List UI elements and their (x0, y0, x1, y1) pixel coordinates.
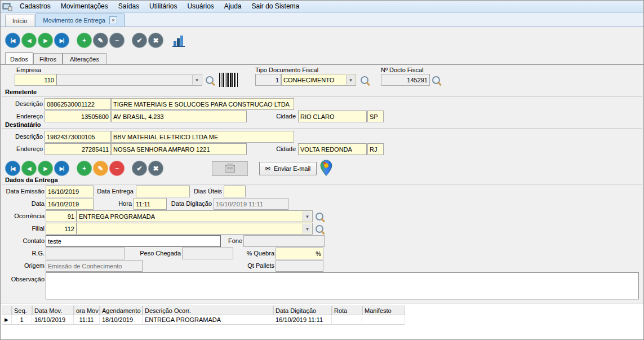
tipo-documento-combo[interactable]: CONHECIMENTO ▾ (281, 74, 356, 86)
destinatario-cidade-label: Cidade (273, 145, 296, 153)
menu-ajuda[interactable]: Ajuda (219, 1, 247, 12)
grid-header-manifesto[interactable]: Manifesto (362, 306, 405, 315)
destinatario-cep-field[interactable]: 27285411 (45, 143, 111, 155)
search-icon[interactable] (431, 75, 442, 86)
barcode-icon[interactable] (219, 73, 238, 87)
dias-uteis-label: Dias Úteis (192, 188, 222, 195)
ocorrencia-label: Ocorrência (2, 213, 45, 220)
data-emissao-field[interactable]: 16/10/2019 (46, 186, 94, 197)
chart-button[interactable] (171, 33, 186, 48)
rg-field[interactable] (46, 248, 125, 259)
grid-cell-data-digitacao[interactable]: 16/10/2019 11:11 (273, 315, 332, 325)
grid-cell-rota[interactable] (332, 315, 362, 325)
tab-dados[interactable]: Dados (5, 52, 33, 65)
last-record-button[interactable]: ▶| (54, 33, 69, 48)
tab-movimento-label: Movimento de Entrega (43, 17, 105, 24)
remetente-uf-field[interactable]: SP (367, 111, 384, 122)
detail-cancel-record-button[interactable]: ✖ (148, 161, 163, 176)
chevron-down-icon[interactable]: ▾ (192, 75, 201, 85)
detail-edit-record-button[interactable]: ✎ (93, 161, 108, 176)
detail-next-record-button[interactable]: ▶ (38, 161, 53, 176)
next-record-button[interactable]: ▶ (38, 33, 53, 48)
grid-header-agendamento[interactable]: Agendamento (100, 306, 143, 315)
search-icon[interactable] (205, 75, 215, 86)
tab-inicio[interactable]: Início (5, 15, 34, 27)
ocorrencia-code-field[interactable]: 91 (46, 210, 77, 222)
remetente-endereco-field[interactable]: AV BRASIL, 4.233 (111, 111, 247, 122)
window-tab-bar: Início Movimento de Entrega × (1, 13, 643, 27)
edit-record-button[interactable]: ✎ (93, 33, 108, 48)
empresa-combo[interactable]: ▾ (56, 74, 202, 86)
print-button (212, 161, 248, 176)
hora-field[interactable]: 11:11 (134, 198, 167, 210)
tab-movimento-de-entrega[interactable]: Movimento de Entrega × (35, 14, 125, 27)
menu-saidas[interactable]: Saídas (113, 1, 144, 12)
grid-cell-data-mov[interactable]: 16/10/2019 (32, 315, 74, 325)
grid-cell-manifesto[interactable] (362, 315, 405, 325)
post-record-button[interactable]: ✔ (132, 33, 147, 48)
quebra-field[interactable]: % (276, 248, 323, 259)
detail-delete-record-button[interactable]: − (109, 161, 125, 176)
data-field[interactable]: 16/10/2019 (46, 198, 94, 210)
grid-header-rota[interactable]: Rota (332, 306, 362, 315)
send-email-button[interactable]: ✉ Enviar E-mail (259, 162, 317, 175)
menu-movimentacoes[interactable]: Movimentações (56, 1, 113, 12)
destinatario-uf-field[interactable]: RJ (367, 143, 384, 155)
send-email-label: Enviar E-mail (274, 165, 310, 172)
data-entrega-field[interactable] (136, 186, 190, 197)
delete-record-button[interactable]: − (109, 33, 125, 48)
num-docto-fiscal-field[interactable]: 145291 (381, 74, 430, 86)
menu-cadastros[interactable]: Cadastros (15, 1, 56, 12)
remetente-cnpj-field[interactable]: 08862530001122 (45, 98, 111, 110)
detail-last-record-button[interactable]: ▶| (54, 161, 69, 176)
grid-cell-agendamento[interactable]: 18/10/2019 (100, 315, 143, 325)
menu-sair-do-sistema[interactable]: Sair do Sistema (247, 1, 305, 12)
dias-uteis-field[interactable] (224, 186, 246, 197)
destinatario-nome-field[interactable]: BBV MATERIAL ELETRICO LTDA ME (111, 131, 294, 143)
cancel-record-button[interactable]: ✖ (148, 33, 163, 48)
destinatario-endereco-field[interactable]: NOSSA SENHORA AMPARO 1221 (111, 143, 247, 155)
first-record-button[interactable]: |◀ (5, 33, 20, 48)
qt-pallets-field[interactable] (276, 260, 323, 272)
search-icon[interactable] (359, 75, 370, 86)
destinatario-cidade-field[interactable]: VOLTA REDONDA (298, 143, 367, 155)
remetente-nome-field[interactable]: TIGRE MATERIAIS E SOLUCOES PARA CONSTRUC… (111, 98, 294, 110)
remetente-cidade-field[interactable]: RIO CLARO (298, 111, 367, 122)
empresa-code-field[interactable]: 110 (15, 74, 56, 86)
destinatario-cnpj-field[interactable]: 19824373000105 (45, 131, 111, 143)
grid-header-descricao-ocorr[interactable]: Descrição Ocorr. (143, 306, 273, 315)
tab-alteracoes[interactable]: Alterações (63, 53, 106, 65)
tab-filtros[interactable]: Filtros (33, 53, 63, 65)
detail-insert-record-button[interactable]: + (77, 161, 92, 176)
map-pin-icon[interactable] (319, 160, 333, 176)
close-icon[interactable]: × (109, 16, 117, 24)
menu-usuarios[interactable]: Usuários (182, 1, 219, 12)
previous-record-button[interactable]: ◀ (21, 33, 37, 48)
filial-code-field[interactable]: 112 (46, 223, 77, 235)
chevron-down-icon[interactable]: ▾ (303, 224, 312, 233)
ocorrencia-combo[interactable]: ENTREGA PROGRAMADA ▾ (77, 210, 313, 222)
chevron-down-icon[interactable]: ▾ (346, 75, 355, 85)
grid-header-data-mov[interactable]: Data Mov. (32, 306, 74, 315)
detail-first-record-button[interactable]: |◀ (5, 161, 20, 176)
fone-field[interactable] (243, 235, 325, 247)
observacao-field[interactable] (46, 272, 639, 299)
search-icon[interactable] (314, 224, 325, 235)
chevron-down-icon[interactable]: ▾ (303, 211, 312, 221)
remetente-cep-field[interactable]: 13505600 (45, 111, 111, 122)
grid-header-data-digitacao[interactable]: Data Digitação (273, 306, 332, 315)
insert-record-button[interactable]: + (77, 33, 92, 48)
contato-field[interactable]: teste (46, 235, 221, 247)
peso-chegada-field[interactable] (182, 248, 233, 259)
grid-cell-seq[interactable]: 1 (12, 315, 32, 325)
grid-cell-hora-mov[interactable]: 11:11 (74, 315, 100, 325)
detail-previous-record-button[interactable]: ◀ (21, 161, 37, 176)
menu-utilitarios[interactable]: Utilitários (144, 1, 182, 12)
grid-header-hora-mov[interactable]: ora Mov (74, 306, 100, 315)
search-icon[interactable] (314, 211, 325, 222)
grid-cell-descricao-ocorr[interactable]: ENTREGA PROGRAMADA (143, 315, 273, 325)
detail-post-record-button[interactable]: ✔ (132, 161, 147, 176)
grid-header-seq[interactable]: Seq. (12, 306, 32, 315)
tipo-documento-code-field[interactable]: 1 (255, 74, 281, 86)
filial-combo[interactable]: ▾ (77, 223, 313, 235)
